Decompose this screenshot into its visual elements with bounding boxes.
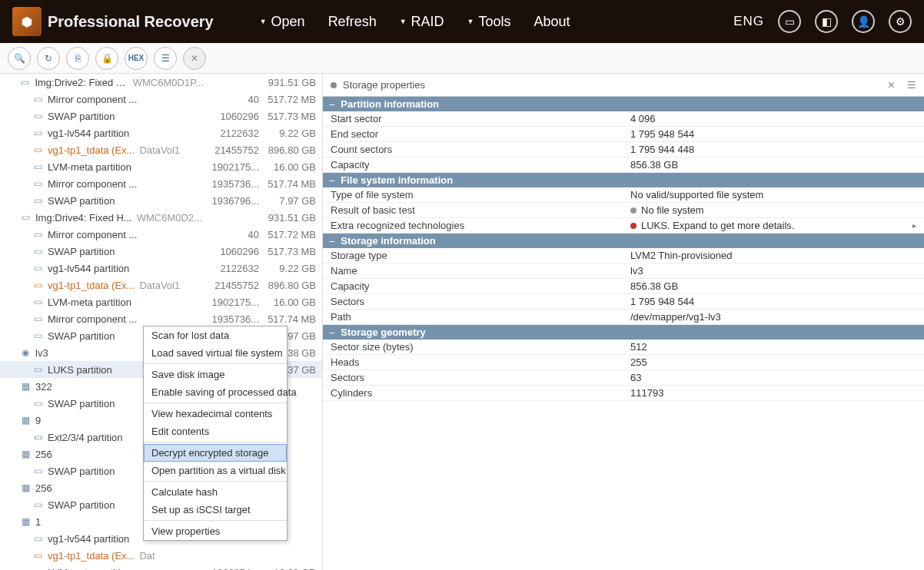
- tree-label: 9: [35, 415, 41, 426]
- tree-size: 896.80 GB: [264, 144, 316, 156]
- property-row: Cylinders111793: [323, 386, 924, 401]
- section-header[interactable]: –Storage geometry: [323, 325, 924, 340]
- context-menu-item[interactable]: Open partition as a virtual disk: [144, 462, 287, 479]
- open-file-icon[interactable]: ⎘: [66, 47, 89, 70]
- menu-refresh[interactable]: Refresh: [328, 14, 377, 30]
- raid-icon: ▦: [18, 482, 32, 493]
- raid-icon: ▦: [18, 516, 32, 527]
- tree-sector: 21455752: [204, 144, 259, 156]
- context-menu-item[interactable]: Scan for lost data: [144, 326, 287, 344]
- hex-view-icon[interactable]: HEX: [125, 47, 148, 70]
- context-menu-item[interactable]: Edit contents: [144, 423, 287, 440]
- context-menu-item[interactable]: View properties: [144, 522, 287, 540]
- list-icon[interactable]: ☰: [154, 47, 177, 70]
- tree-label: vg1-tp1_tdata (Ex...: [48, 144, 135, 156]
- tree-row[interactable]: ▭LVM-meta partition1900054...16.00 GB: [0, 564, 322, 570]
- menu-tools[interactable]: ▼Tools: [467, 14, 511, 30]
- tree-row[interactable]: ▭Mirror component ...1935736...517.74 MB: [0, 175, 322, 192]
- context-menu-item[interactable]: Decrypt encrypted storage: [144, 444, 287, 462]
- tab-close-icon[interactable]: ×: [888, 78, 895, 92]
- context-menu-separator: [144, 481, 287, 482]
- section-title: Storage information: [341, 235, 436, 247]
- tree-label: Mirror component ...: [48, 313, 137, 325]
- property-row: End sector1 795 948 544: [323, 127, 924, 142]
- property-value: 856.38 GB: [623, 279, 924, 293]
- property-value: LUKS. Expand to get more details.▸: [623, 218, 924, 233]
- tree-row[interactable]: ▭Mirror component ...40517.72 MB: [0, 91, 322, 108]
- part-icon: ▭: [31, 533, 45, 544]
- context-menu-item[interactable]: Set up as iSCSI target: [144, 501, 287, 519]
- user-icon[interactable]: 👤: [852, 10, 875, 33]
- tree-row[interactable]: ▭Img:Drive4: Fixed H...WMC6M0D2...931.51…: [0, 209, 322, 226]
- layout-icon[interactable]: ◧: [815, 10, 838, 33]
- storage-tree[interactable]: ▭Img:Drive2: Fixed H...WMC6M0D1P...931.5…: [0, 74, 323, 570]
- section-header[interactable]: –Partition information: [323, 97, 924, 111]
- property-row[interactable]: Extra recognized technologiesLUKS. Expan…: [323, 218, 924, 234]
- tree-row[interactable]: ▭vg1-lv544 partition21226329.22 GB: [0, 260, 322, 277]
- tree-extra: Dat: [139, 550, 155, 562]
- tab-menu-icon[interactable]: ☰: [907, 79, 916, 91]
- tree-row[interactable]: ▭SWAP partition1060296517.73 MB: [0, 108, 322, 124]
- refresh-icon[interactable]: ↻: [37, 47, 60, 70]
- context-menu-item[interactable]: Load saved virtual file system: [144, 344, 287, 362]
- tree-label: SWAP partition: [48, 499, 115, 511]
- tree-size: 16.00 GB: [264, 161, 316, 173]
- tree-row[interactable]: ▭SWAP partition1936796...7.97 GB: [0, 192, 322, 209]
- property-row: Type of file systemNo valid/supported fi…: [323, 187, 924, 203]
- lock-icon[interactable]: 🔒: [95, 47, 118, 70]
- section-header[interactable]: –Storage information: [323, 234, 924, 248]
- property-value: LVM2 Thin-provisioned: [623, 248, 924, 263]
- context-menu-separator: [144, 363, 287, 364]
- context-menu-item[interactable]: Enable saving of processed data: [144, 383, 287, 401]
- tree-sector: 1902175...: [204, 161, 259, 173]
- tree-row[interactable]: ▭Mirror component ...1935736...517.74 MB: [0, 310, 322, 327]
- menu-raid[interactable]: ▼RAID: [400, 14, 444, 30]
- tree-row[interactable]: ▭LVM-meta partition1902175...16.00 GB: [0, 158, 322, 175]
- tree-sector: 21455752: [204, 280, 259, 291]
- collapse-icon: –: [329, 235, 334, 247]
- tree-size: 517.74 MB: [264, 313, 316, 325]
- property-key: Sectors: [323, 370, 623, 385]
- property-key: Count sectors: [323, 142, 623, 157]
- menu-open[interactable]: ▼Open: [260, 14, 305, 30]
- tree-label: SWAP partition: [48, 330, 115, 342]
- tree-row[interactable]: ▭LVM-meta partition1902175...16.00 GB: [0, 293, 322, 310]
- tree-label: 256: [35, 482, 52, 494]
- context-menu-item[interactable]: Calculate hash: [144, 483, 287, 501]
- gear-icon[interactable]: ⚙: [889, 10, 912, 33]
- tree-row[interactable]: ▭Img:Drive2: Fixed H...WMC6M0D1P...931.5…: [0, 74, 322, 91]
- app-logo: ⬢ Professional Recovery: [12, 7, 214, 36]
- part-icon: ▭: [31, 330, 45, 341]
- raid-icon: ▦: [18, 449, 32, 459]
- notifications-icon[interactable]: ▭: [778, 10, 801, 33]
- tree-row[interactable]: ▭vg1-tp1_tdata (Ex...Dat: [0, 547, 322, 564]
- tree-row[interactable]: ▭Mirror component ...40517.72 MB: [0, 226, 322, 243]
- menu-raid-label: RAID: [411, 14, 444, 30]
- menubar: ⬢ Professional Recovery ▼Open Refresh ▼R…: [0, 0, 924, 43]
- tree-row[interactable]: ▭vg1-tp1_tdata (Ex...DataVol121455752896…: [0, 141, 322, 158]
- properties-tab-title: Storage properties: [343, 79, 425, 91]
- context-menu-item[interactable]: View hexadecimal contents: [144, 405, 287, 423]
- context-menu-item[interactable]: Save disk image: [144, 366, 287, 383]
- property-row: Heads255: [323, 355, 924, 370]
- properties-tab[interactable]: Storage properties × ☰: [323, 74, 924, 97]
- part-icon: ▭: [31, 144, 45, 155]
- part-icon: ▭: [31, 567, 45, 570]
- menu-about[interactable]: About: [534, 14, 570, 30]
- close-icon[interactable]: ✕: [183, 47, 206, 70]
- part-icon: ▭: [31, 550, 45, 561]
- tree-label: LVM-meta partition: [48, 297, 131, 308]
- menu-refresh-label: Refresh: [328, 14, 377, 30]
- language-selector[interactable]: ENG: [733, 14, 764, 29]
- tree-sector: 1936796...: [204, 195, 259, 207]
- tree-row[interactable]: ▭vg1-lv544 partition21226329.22 GB: [0, 124, 322, 141]
- caret-down-icon: ▼: [467, 18, 474, 25]
- expand-arrow-icon[interactable]: ▸: [912, 221, 916, 230]
- tree-sector: 40: [204, 94, 259, 105]
- tree-row[interactable]: ▭vg1-tp1_tdata (Ex...DataVol121455752896…: [0, 277, 322, 293]
- tree-row[interactable]: ▭SWAP partition1060296517.73 MB: [0, 243, 322, 260]
- section-header[interactable]: –File system information: [323, 173, 924, 187]
- property-value: 63: [623, 370, 924, 385]
- search-icon[interactable]: 🔍: [8, 47, 31, 70]
- raid-icon: ▦: [18, 381, 32, 392]
